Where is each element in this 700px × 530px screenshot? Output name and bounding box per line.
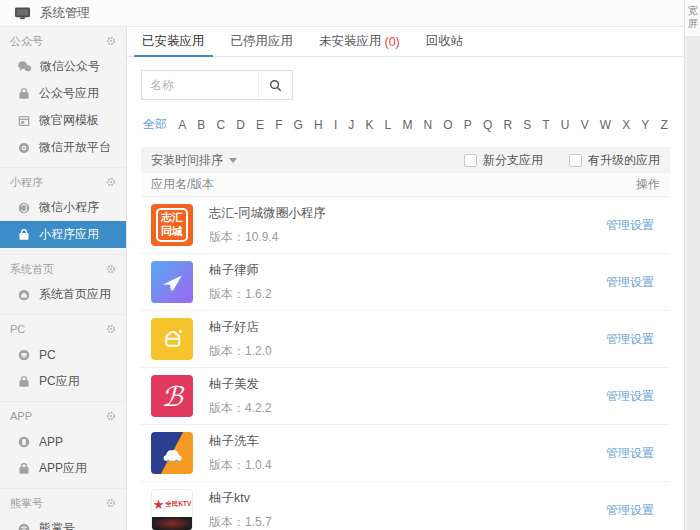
manage-settings-link[interactable]: 管理设置 [606, 502, 654, 519]
gear-icon[interactable] [106, 264, 116, 274]
checkbox-box[interactable] [464, 154, 477, 167]
alpha-letter[interactable]: U [561, 118, 570, 132]
alpha-letter[interactable]: F [275, 118, 282, 132]
sidebar-item-label: APP [39, 435, 63, 449]
right-scroll-strip[interactable]: 宽屏 [684, 0, 700, 530]
alpha-letter[interactable]: G [294, 118, 303, 132]
app-box-icon [17, 462, 31, 476]
sidebar-item-label: 公众号应用 [39, 85, 99, 102]
tab[interactable]: 回收站 [413, 27, 477, 56]
alpha-letter[interactable]: O [443, 118, 452, 132]
alpha-letter[interactable]: X [622, 118, 630, 132]
alpha-letter[interactable]: S [523, 118, 531, 132]
manage-settings-link[interactable]: 管理设置 [606, 388, 654, 405]
sidebar-item[interactable]: 公众号应用 [0, 80, 126, 107]
alpha-letter[interactable]: W [600, 118, 611, 132]
sidebar-section: 系统首页系统首页应用 [0, 254, 126, 314]
app-icon-hair: ℬ [151, 375, 193, 417]
topbar: 系统管理 [0, 0, 684, 27]
table-header: 应用名/版本 操作 [141, 173, 670, 197]
sidebar-section-label: PC [10, 323, 25, 335]
filter-checkbox[interactable]: 有升级的应用 [569, 152, 660, 169]
search-button[interactable] [258, 71, 292, 99]
widescreen-toggle-char: 宽 [688, 5, 698, 16]
gear-icon[interactable] [106, 411, 116, 421]
manage-settings-link[interactable]: 管理设置 [606, 274, 654, 291]
widescreen-toggle-button[interactable]: 宽屏 [685, 0, 700, 36]
manage-settings-link[interactable]: 管理设置 [606, 217, 654, 234]
wechat-icon [17, 60, 32, 73]
alpha-letter[interactable]: A [178, 118, 186, 132]
alpha-letter[interactable]: D [236, 118, 245, 132]
sidebar-item[interactable]: 微官网模板 [0, 107, 126, 134]
pc-icon [17, 348, 31, 362]
sort-dropdown[interactable]: 安装时间排序 [151, 152, 237, 169]
tab[interactable]: 已安装应用 [129, 27, 218, 56]
alpha-letter[interactable]: N [424, 118, 433, 132]
gear-icon[interactable] [106, 177, 116, 187]
gear-icon[interactable] [106, 498, 116, 508]
chevron-down-icon [229, 158, 237, 163]
sidebar-item[interactable]: PC [0, 341, 126, 368]
manage-settings-link[interactable]: 管理设置 [606, 445, 654, 462]
alpha-all[interactable]: 全部 [143, 116, 167, 133]
tab-label: 回收站 [426, 33, 464, 50]
alpha-letter[interactable]: V [581, 118, 589, 132]
tab-count: (0) [385, 35, 400, 49]
alpha-letter[interactable]: J [348, 118, 354, 132]
sidebar-item-label: 系统首页应用 [39, 286, 111, 303]
sidebar-item[interactable]: 微信小程序 [0, 194, 126, 221]
app-version: 版本：1.2.0 [209, 343, 606, 360]
alpha-letter[interactable]: E [256, 118, 264, 132]
table-row: 志汇同城志汇-同城微圈小程序版本：10.9.4管理设置 [141, 197, 670, 254]
alphabet-filter: 全部ABCDEFGHIJKLMNOPQRSTUVWXYZ [143, 116, 668, 133]
sidebar-section-label: 熊掌号 [10, 496, 43, 511]
alpha-letter[interactable]: L [385, 118, 392, 132]
app-icon-text-line: 志汇 [161, 211, 183, 225]
app-version: 版本：1.5.7 [209, 514, 606, 530]
checkbox-box[interactable] [569, 154, 582, 167]
sidebar-item[interactable]: 系统首页应用 [0, 281, 126, 308]
content: 全部ABCDEFGHIJKLMNOPQRSTUVWXYZ 安装时间排序 新分支应… [127, 57, 684, 530]
app-icon-ktv-label: 全民KTV [165, 500, 191, 509]
alpha-letter[interactable]: T [542, 118, 549, 132]
tab[interactable]: 已停用应用 [218, 27, 307, 56]
alpha-letter[interactable]: M [402, 118, 412, 132]
alpha-letter[interactable]: B [197, 118, 205, 132]
alpha-letter[interactable]: R [503, 118, 512, 132]
sidebar-item[interactable]: 微信开放平台 [0, 134, 126, 161]
app-box-icon [17, 375, 31, 389]
alpha-letter[interactable]: Z [661, 118, 668, 132]
app-box-icon [17, 228, 31, 242]
app-info: 柚子好店版本：1.2.0 [209, 319, 606, 360]
system-monitor-icon [14, 6, 31, 21]
sidebar-item[interactable]: APP [0, 428, 126, 455]
table-row: ★全民KTV柚子ktv版本：1.5.7管理设置 [141, 482, 670, 530]
alpha-letter[interactable]: H [314, 118, 323, 132]
tab[interactable]: 未安装应用(0) [306, 27, 413, 56]
sidebar-item-label: APP应用 [39, 460, 87, 477]
sidebar-item[interactable]: 熊掌号 [0, 515, 126, 530]
filter-checkbox[interactable]: 新分支应用 [464, 152, 543, 169]
page-title: 系统管理 [40, 5, 90, 22]
manage-settings-link[interactable]: 管理设置 [606, 331, 654, 348]
sidebar-item[interactable]: APP应用 [0, 455, 126, 482]
sidebar-section: 公众号微信公众号公众号应用微官网模板微信开放平台 [0, 27, 126, 167]
app-version: 版本：10.9.4 [209, 229, 606, 246]
app-version: 版本：1.6.2 [209, 286, 606, 303]
alpha-letter[interactable]: Y [641, 118, 649, 132]
alpha-letter[interactable]: K [365, 118, 373, 132]
sidebar-item[interactable]: 微信公众号 [0, 53, 126, 80]
gear-icon[interactable] [106, 36, 116, 46]
search-input[interactable] [142, 71, 258, 99]
gear-icon[interactable] [106, 324, 116, 334]
app-info: 志汇-同城微圈小程序版本：10.9.4 [209, 205, 606, 246]
alpha-letter[interactable]: I [334, 118, 337, 132]
alpha-letter[interactable]: C [216, 118, 225, 132]
tab-label: 已停用应用 [231, 33, 294, 50]
alpha-letter[interactable]: P [464, 118, 472, 132]
alpha-letter[interactable]: Q [483, 118, 492, 132]
sidebar-item[interactable]: PC应用 [0, 368, 126, 395]
sidebar-item[interactable]: 小程序应用 [0, 221, 126, 248]
sidebar-section-label: APP [10, 410, 32, 422]
